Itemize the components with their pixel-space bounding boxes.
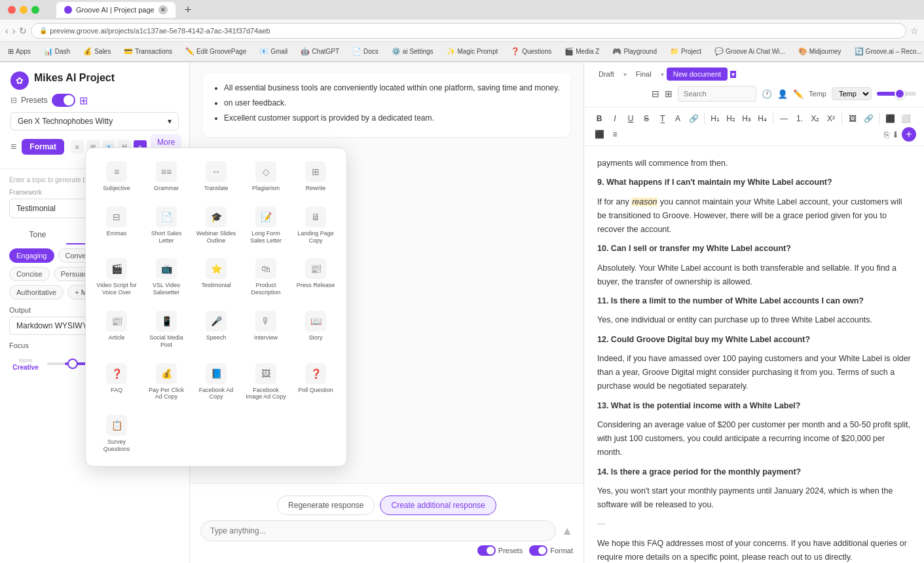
format-video-script[interactable]: 🎬 Video Script for Voice Over — [94, 253, 139, 301]
fmt-align-justify[interactable]: ≡ — [608, 127, 622, 142]
tab-tone[interactable]: Tone — [9, 226, 66, 244]
format-webinar-slides[interactable]: 🎓 Webinar Slides Outline — [193, 201, 239, 250]
bookmark-editgroovepage[interactable]: ✏️ Edit GroovePage — [183, 46, 249, 57]
presets-footer-toggle[interactable] — [477, 545, 496, 556]
format-translate[interactable]: ↔ Translate — [193, 156, 239, 197]
tab-close-btn[interactable]: ✕ — [158, 5, 168, 14]
format-article[interactable]: 📰 Article — [94, 305, 139, 354]
fmt-sub[interactable]: X₂ — [808, 111, 822, 126]
fmt-img[interactable]: 🖼 — [845, 111, 860, 126]
fmt-dash[interactable]: — — [777, 111, 791, 126]
format-faq[interactable]: ❓ FAQ — [94, 358, 139, 406]
bookmark-chatgpt[interactable]: 🤖 ChatGPT — [298, 46, 342, 57]
doc-search-input[interactable] — [678, 86, 756, 102]
fmt-align-center[interactable]: ⬜ — [898, 111, 913, 126]
download-icon[interactable]: ⬇ — [892, 130, 899, 140]
temp-slider[interactable] — [877, 92, 916, 96]
chat-input[interactable] — [200, 520, 556, 541]
bookmark-groove-reco[interactable]: 🔄 Groove.ai – Reco... — [852, 46, 924, 57]
pencil-icon[interactable]: ✏️ — [793, 89, 804, 99]
bookmark-playground[interactable]: 🎮 Playground — [610, 46, 659, 57]
bookmark-magic-prompt[interactable]: ✨ Magic Prompt — [444, 46, 501, 57]
fmt-h3[interactable]: H₃ — [739, 111, 754, 126]
fmt-sup[interactable]: X² — [824, 111, 838, 126]
format-ppc[interactable]: 💰 Pay Per Click Ad Copy — [143, 358, 189, 406]
expand-icon[interactable]: ⊞ — [79, 94, 88, 107]
fmt-italic[interactable]: I — [608, 111, 622, 126]
bookmark-sales[interactable]: 💰 Sales — [81, 46, 113, 57]
format-footer-toggle[interactable] — [529, 545, 547, 556]
format-emmas[interactable]: ⊟ Emmas — [94, 201, 139, 250]
back-btn[interactable]: ‹ — [5, 26, 9, 36]
bookmark-project[interactable]: 📁 Project — [667, 46, 704, 57]
format-button[interactable]: Format — [22, 139, 64, 155]
browser-tab[interactable]: Groove AI | Project page ✕ — [56, 2, 176, 18]
format-subjective[interactable]: ≡ Subjective — [94, 156, 139, 197]
doc-icon-2[interactable]: ⊞ — [665, 88, 673, 99]
format-product-desc[interactable]: 🛍 Product Description — [243, 253, 289, 301]
format-short-sales[interactable]: 📄 Short Sales Letter — [143, 201, 189, 250]
fmt-ol[interactable]: 1. — [792, 111, 807, 126]
fmt-strikethrough[interactable]: S — [639, 111, 654, 126]
bookmark-transactions[interactable]: 💳 Transactions — [121, 46, 175, 57]
tab-final[interactable]: Final — [629, 68, 658, 81]
temp-select[interactable]: Temp — [832, 87, 872, 100]
send-icon[interactable]: ▲ — [561, 524, 573, 538]
fmt-underline[interactable]: U — [623, 111, 638, 126]
create-additional-btn[interactable]: Create additional response — [380, 495, 496, 515]
copy-icon[interactable]: ⎘ — [884, 130, 889, 140]
close-dot[interactable] — [8, 6, 16, 14]
fmt-bold[interactable]: B — [592, 111, 606, 126]
bookmark-questions[interactable]: ❓ Questions — [508, 46, 554, 57]
fmt-h2[interactable]: H₂ — [724, 111, 738, 126]
bookmark-ai-settings[interactable]: ⚙️ ai Settings — [389, 46, 436, 57]
tone-authoritative[interactable]: Authoritative — [9, 285, 64, 300]
fmt-h1[interactable]: H₁ — [708, 111, 722, 126]
fmt-link[interactable]: 🔗 — [686, 111, 701, 126]
fmt-code[interactable]: T̲ — [655, 111, 669, 126]
format-press-release[interactable]: 📰 Press Release — [293, 253, 339, 301]
fmt-link2[interactable]: 🔗 — [861, 111, 876, 126]
bookmark-docs[interactable]: 📄 Docs — [350, 46, 381, 57]
presets-toggle[interactable] — [52, 94, 75, 107]
format-fb-image[interactable]: 🖼 Facebook Image Ad Copy — [243, 358, 289, 406]
format-speech[interactable]: 🎤 Speech — [193, 305, 239, 354]
format-story[interactable]: 📖 Story — [293, 305, 339, 354]
fmt-h4[interactable]: H₄ — [755, 111, 769, 126]
tab-new-document[interactable]: New document — [667, 68, 728, 81]
format-fb-ad[interactable]: 📘 Facebook Ad Copy — [193, 358, 239, 406]
format-rewrite[interactable]: ⊞ Rewrite — [293, 156, 339, 197]
format-social-media[interactable]: 📱 Social Media Post — [143, 305, 189, 354]
address-bar[interactable]: 🔒 preview.groove.ai/projects/a1c137ae-5e… — [31, 23, 906, 39]
format-testimonial[interactable]: ⭐ Testimonial — [193, 253, 239, 301]
doc-icon-1[interactable]: ⊟ — [652, 88, 659, 99]
format-plagiarism[interactable]: ◇ Plagiarism — [243, 156, 289, 197]
format-survey[interactable]: 📋 Survey Questions — [94, 410, 139, 458]
add-content-btn[interactable]: + — [902, 127, 916, 142]
user-icon[interactable]: 👤 — [777, 89, 788, 99]
fmt-align-left[interactable]: ⬛ — [883, 111, 897, 126]
new-tab-btn[interactable]: + — [185, 3, 192, 17]
star-btn[interactable]: ☆ — [910, 26, 919, 36]
format-grammar[interactable]: ≡≡ Grammar — [143, 156, 189, 197]
regenerate-btn[interactable]: Regenerate response — [277, 495, 375, 515]
tab-draft[interactable]: Draft — [592, 68, 621, 81]
bookmark-gmail[interactable]: 📧 Gmail — [257, 46, 290, 57]
reload-btn[interactable]: ↻ — [19, 26, 27, 36]
bookmark-apps[interactable]: ⊞ Apps — [5, 46, 33, 57]
fullscreen-dot[interactable] — [31, 6, 39, 14]
tone-engaging[interactable]: Engaging — [9, 248, 54, 263]
format-icon-1[interactable]: ≡ — [71, 140, 84, 153]
format-interview[interactable]: 🎙 Interview — [243, 305, 289, 354]
clock-icon[interactable]: 🕐 — [762, 89, 772, 99]
bookmark-media[interactable]: 🎬 Media Z — [562, 46, 602, 57]
bookmark-midjourney[interactable]: 🎨 Midjourney — [796, 46, 844, 57]
bookmark-dash[interactable]: 📊 Dash — [41, 46, 73, 57]
minimize-dot[interactable] — [20, 6, 28, 14]
fmt-highlight[interactable]: A — [671, 111, 685, 126]
forward-btn[interactable]: › — [12, 26, 16, 36]
tone-concise[interactable]: Concise — [9, 267, 50, 281]
format-long-form[interactable]: 📝 Long Form Sales Letter — [243, 201, 289, 250]
format-landing-page[interactable]: 🖥 Landing Page Copy — [293, 201, 339, 250]
format-vsl-video[interactable]: 📺 VSL Video Salesetter — [143, 253, 189, 301]
